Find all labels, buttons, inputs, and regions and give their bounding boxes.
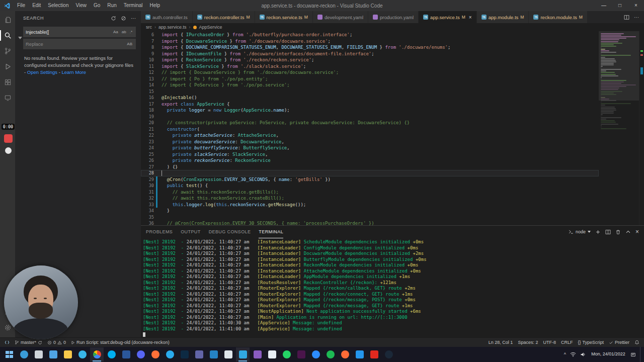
taskbar-outlook-icon[interactable] — [207, 347, 220, 361]
menu-run[interactable]: Run — [104, 0, 120, 11]
taskbar-mail-icon[interactable] — [46, 347, 60, 361]
webcam-overlay[interactable] — [4, 265, 78, 339]
wifi-icon[interactable] — [570, 352, 576, 357]
taskbar-search-icon[interactable] — [17, 347, 31, 361]
tab-reckon.service.ts[interactable]: TSreckon.service.tsM — [255, 11, 313, 23]
activity-explorer-icon[interactable] — [0, 12, 15, 28]
code-line[interactable]: 33 this.logger.log(this.reckonService.ge… — [141, 202, 599, 208]
maximize-panel-icon[interactable] — [625, 229, 631, 235]
menu-go[interactable]: Go — [90, 0, 104, 11]
toggle-replace-icon[interactable] — [17, 25, 23, 51]
problems-status[interactable]: 0 0 — [45, 338, 68, 347]
taskbar-visual-studio-icon[interactable] — [251, 347, 264, 361]
taskbar-docker-icon[interactable] — [353, 347, 366, 361]
learn-more-link[interactable]: Learn More — [61, 69, 86, 75]
action-center-icon[interactable] — [630, 352, 636, 357]
tab-app.service.ts[interactable]: TSapp.service.tsM× — [419, 11, 477, 23]
taskbar-teams-icon[interactable] — [192, 347, 206, 361]
taskbar-postman-icon[interactable] — [338, 347, 352, 361]
taskbar-chrome-icon[interactable] — [90, 347, 104, 361]
code-line[interactable]: 24 private butterflyService: ButterflySe… — [141, 145, 599, 151]
remote-indicator[interactable] — [2, 338, 12, 347]
activity-extensions-icon[interactable] — [0, 74, 15, 90]
taskbar-slack-icon[interactable] — [294, 347, 308, 361]
minimize-icon[interactable]: — — [596, 0, 612, 11]
taskbar-firefox-icon[interactable] — [148, 347, 162, 361]
taskbar-task-view-icon[interactable] — [32, 347, 45, 361]
code-line[interactable]: 13// import { Po } from './po/po.entity'… — [141, 76, 599, 82]
code-line[interactable]: 9import { IDocumentFile } from './docuwa… — [141, 51, 599, 57]
split-terminal-icon[interactable] — [605, 229, 611, 235]
taskbar-word-icon[interactable] — [119, 347, 133, 361]
taskbar-calculator-icon[interactable] — [221, 347, 235, 361]
code-line[interactable]: 26 private reckonService: ReckonService — [141, 157, 599, 164]
taskbar-spotify-icon[interactable] — [324, 347, 337, 361]
activity-source-control-icon[interactable] — [0, 43, 15, 59]
tab-debug-console[interactable]: DEBUG CONSOLE — [209, 226, 251, 238]
code-line[interactable]: 16@Injectable() — [141, 95, 599, 101]
replace-all-button[interactable]: AB — [126, 42, 133, 46]
code-editor[interactable]: 6import { IPurchaseOrder } from './butte… — [141, 31, 599, 225]
stop-recording-button[interactable] — [4, 134, 13, 143]
tab-development.yaml[interactable]: development.yaml — [313, 11, 368, 23]
indentation[interactable]: Spaces: 2 — [515, 338, 540, 347]
code-line[interactable]: 14// import { PoService } from './po/po.… — [141, 82, 599, 88]
cursor-position[interactable]: Ln 28, Col 1 — [486, 338, 516, 347]
code-line[interactable]: 17export class AppService { — [141, 101, 599, 108]
taskbar-notepad-icon[interactable] — [265, 347, 279, 361]
search-input[interactable]: Injectable([ Aa ab .* — [23, 27, 136, 37]
code-line[interactable]: 31 // await this.reckonService.getBills(… — [141, 189, 599, 196]
clear-search-results-icon[interactable] — [121, 16, 126, 21]
camera-toggle-button[interactable] — [5, 147, 12, 154]
menu-help[interactable]: Help — [146, 0, 164, 11]
close-tab-icon[interactable]: × — [469, 15, 472, 20]
tab-problems[interactable]: PROBLEMS — [146, 226, 173, 238]
code-line[interactable]: 34 } — [141, 208, 599, 214]
tab-terminal[interactable]: TERMINAL — [259, 226, 283, 238]
run-script-status[interactable]: Run Script: start:debug-old (docuware-re… — [68, 338, 172, 347]
taskbar-telegram-icon[interactable] — [163, 347, 177, 361]
activity-remote-explorer-icon[interactable] — [0, 90, 15, 106]
formatter-status[interactable]: Prettier — [606, 338, 632, 347]
minimap[interactable] — [599, 31, 639, 225]
code-line[interactable]: 35 — [141, 214, 599, 221]
menu-view[interactable]: View — [72, 0, 91, 11]
language-mode[interactable]: {}TypeScript — [575, 338, 606, 347]
breadcrumb-symbol[interactable]: AppService — [199, 25, 222, 30]
code-line[interactable]: 20 // constructor(private poService: PoS… — [141, 120, 599, 126]
taskbar-file-explorer-icon[interactable] — [61, 347, 74, 361]
code-line[interactable]: 10import { ReckonService } from './recko… — [141, 57, 599, 63]
activity-run-debug-icon[interactable] — [0, 59, 15, 74]
terminal-output[interactable]: [Nest] 28192 - 24/01/2022, 11:40:27 am [… — [141, 238, 644, 337]
split-editor-icon[interactable] — [624, 15, 629, 20]
maximize-icon[interactable]: □ — [612, 0, 628, 11]
code-line[interactable]: 32 // await this.reckonService.createBil… — [141, 195, 599, 202]
code-line[interactable]: 8import { DOCUWARE_COMPARISON_STATUSES_E… — [141, 44, 599, 51]
taskbar-photoshop-icon[interactable] — [178, 347, 191, 361]
open-settings-link[interactable]: Open Settings — [27, 69, 57, 75]
code-line[interactable]: 6import { IPurchaseOrder } from './butte… — [141, 32, 599, 38]
replace-input[interactable]: Replace AB — [23, 39, 136, 49]
terminal-shell-select[interactable]: node — [569, 229, 591, 234]
volume-icon[interactable] — [580, 352, 586, 357]
tab-auth.controller.ts[interactable]: TSauth.controller.ts — [141, 11, 193, 23]
more-editor-actions-icon[interactable]: ··· — [634, 15, 639, 20]
close-window-icon[interactable]: × — [628, 0, 644, 11]
taskbar-start-icon[interactable] — [3, 347, 16, 361]
menu-selection[interactable]: Selection — [44, 0, 72, 11]
code-line[interactable]: 12// import { DocuwareService } from './… — [141, 69, 599, 76]
tab-production.yaml[interactable]: production.yaml — [368, 11, 419, 23]
kill-terminal-icon[interactable] — [615, 229, 621, 235]
code-line[interactable]: 25 private slackService: SlackService, — [141, 151, 599, 158]
match-case-toggle[interactable]: Aa — [112, 30, 119, 34]
tray-chevron-up-icon[interactable]: ^ — [564, 352, 566, 357]
code-line[interactable]: 29 @Cron(CronExpression.EVERY_30_SECONDS… — [141, 176, 599, 183]
refresh-icon[interactable] — [111, 16, 116, 21]
taskbar-datetime[interactable]: Mon, 24/01/2022 — [590, 352, 626, 357]
code-line[interactable]: 11import { SlackService } from './slack/… — [141, 63, 599, 70]
taskbar-skype-icon[interactable] — [105, 347, 118, 361]
taskbar-steam-icon[interactable] — [382, 347, 395, 361]
code-line[interactable]: 27 ) {} — [141, 164, 599, 170]
show-desktop-button[interactable] — [640, 347, 642, 362]
taskbar-discord-icon[interactable] — [134, 347, 147, 361]
